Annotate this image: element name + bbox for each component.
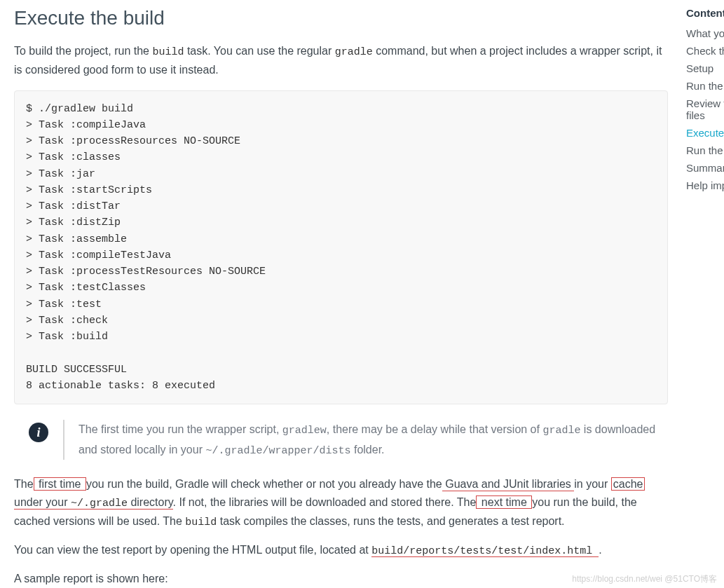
text: You can view the test report by opening … <box>14 544 371 556</box>
watermark: https://blog.csdn.net/wei @51CTO博客 <box>572 573 717 585</box>
terminal-output: $ ./gradlew build > Task :compileJava > … <box>14 90 668 405</box>
toc-item-setup[interactable]: Setup <box>686 60 724 77</box>
code-gradle: gradle <box>335 46 373 58</box>
highlight-cache: cache <box>611 477 646 491</box>
intro-paragraph: To build the project, run the build task… <box>14 42 668 79</box>
toc-item-help[interactable]: Help imp <box>686 177 724 194</box>
code-gradle-home: ~/.gradle <box>71 498 128 510</box>
info-icon: i <box>29 423 48 442</box>
text: folder. <box>350 444 384 456</box>
toc-item-check-the[interactable]: Check th <box>686 42 724 60</box>
text: task compiles the classes, runs the test… <box>217 515 564 527</box>
text: you run the build, Gradle will check whe… <box>86 478 442 490</box>
toc-title: Content <box>686 7 724 19</box>
toc-sidebar: Content What yo Check th Setup Run the R… <box>682 0 724 588</box>
highlight-first-time: first time <box>34 477 86 491</box>
info-icon-wrap: i <box>14 420 63 442</box>
highlight-next-time: next time <box>476 495 532 509</box>
text: . If not, the libraries will be download… <box>173 496 477 508</box>
page-title: Execute the build <box>14 7 668 29</box>
text: in your <box>574 478 610 490</box>
toc-item-run-the-2[interactable]: Run the <box>686 142 724 159</box>
info-text: The first time you run the wrapper scrip… <box>78 420 668 460</box>
toc-item-label: Review t <box>686 97 724 109</box>
highlight-guava-junit: Guava and JUnit libraries <box>442 478 575 491</box>
code-gradlew: gradlew <box>282 425 327 437</box>
text: . <box>599 544 601 556</box>
paragraph-sample: A sample report is shown here: <box>14 570 668 588</box>
text: , there may be a delay while that versio… <box>327 423 543 435</box>
toc-item-summary[interactable]: Summar <box>686 159 724 177</box>
toc-item-label-line2: files <box>686 109 705 121</box>
code-build: build <box>152 46 184 58</box>
highlight-under-your: under your <box>14 496 71 510</box>
paragraph-report: You can view the test report by opening … <box>14 541 668 560</box>
info-callout: i The first time you run the wrapper scr… <box>14 420 668 460</box>
code-build-task: build <box>185 517 217 528</box>
text: To build the project, run the <box>14 45 152 57</box>
code-report-path: build/reports/tests/test/index.html <box>371 545 599 557</box>
toc-item-execute[interactable]: Execute <box>686 124 724 142</box>
text: The first time you run the wrapper scrip… <box>78 423 282 435</box>
toc-item-run-the-1[interactable]: Run the <box>686 77 724 95</box>
highlight-report-path: build/reports/tests/test/index.html <box>371 544 599 557</box>
text: task. You can use the regular <box>184 45 334 57</box>
paragraph-cache: The first time you run the build, Gradle… <box>14 475 668 531</box>
text: The <box>14 478 34 490</box>
highlight-gradle-dir: ~/.gradle <box>71 496 128 510</box>
code-gradle: gradle <box>542 425 580 437</box>
info-divider <box>63 420 64 460</box>
code-dists-path: ~/.gradle/wrapper/dists <box>205 445 350 457</box>
main-content: Execute the build To build the project, … <box>0 0 682 588</box>
highlight-directory: directory <box>128 496 173 510</box>
toc-item-review[interactable]: Review t files <box>686 95 724 124</box>
toc-item-what-you[interactable]: What yo <box>686 25 724 42</box>
